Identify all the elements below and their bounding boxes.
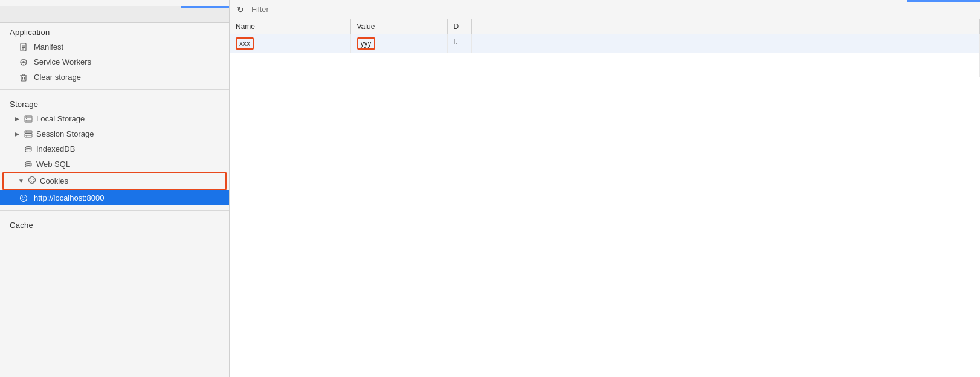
sidebar-item-session-storage[interactable]: ▶ Session Storage xyxy=(0,126,229,141)
sidebar-item-service-workers[interactable]: Service Workers xyxy=(0,54,229,69)
clear-storage-icon xyxy=(19,73,29,82)
manifest-icon xyxy=(19,43,29,51)
svg-point-5 xyxy=(22,61,25,63)
filter-input[interactable] xyxy=(251,5,975,14)
sidebar: Application Manifest Service Workers xyxy=(0,0,230,377)
cache-section-header: Cache xyxy=(0,216,229,232)
cookies-chevron: ▼ xyxy=(18,178,24,184)
sidebar-item-cookies[interactable]: ▼ Cookies xyxy=(2,172,227,190)
indexeddb-label: IndexedDB xyxy=(36,144,75,153)
table-container: Name Value D xxx yyy l. xyxy=(230,19,980,377)
column-name: Name xyxy=(230,19,350,34)
application-section-header: Application xyxy=(0,23,229,39)
svg-point-31 xyxy=(22,196,23,198)
indexeddb-icon xyxy=(24,146,33,153)
localhost-cookies-icon xyxy=(19,194,29,202)
svg-rect-6 xyxy=(21,76,26,81)
table-row[interactable]: xxx yyy l. xyxy=(230,34,980,53)
top-accent-bar xyxy=(907,0,980,2)
clear-storage-label: Clear storage xyxy=(34,72,81,82)
toolbar-container: ↻ xyxy=(230,0,980,19)
svg-point-30 xyxy=(21,195,27,201)
column-value: Value xyxy=(350,19,447,34)
table-header-row: Name Value D xyxy=(230,19,980,34)
cell-d: l. xyxy=(447,34,471,53)
cell-extra xyxy=(471,34,980,53)
svg-point-26 xyxy=(33,179,34,180)
sidebar-item-web-sql[interactable]: ▶ Web SQL xyxy=(0,156,229,172)
svg-rect-18 xyxy=(25,135,32,137)
local-storage-label: Local Storage xyxy=(36,114,85,123)
svg-rect-12 xyxy=(25,120,32,122)
cell-value: yyy xyxy=(350,34,447,53)
svg-point-25 xyxy=(30,178,31,179)
divider-2 xyxy=(0,210,229,211)
svg-rect-11 xyxy=(25,118,32,120)
svg-point-23 xyxy=(25,161,31,163)
toolbar: ↻ xyxy=(230,0,980,19)
cell-name: xxx xyxy=(230,34,350,53)
svg-point-24 xyxy=(29,177,36,184)
svg-point-35 xyxy=(25,199,25,200)
sidebar-item-localhost[interactable]: http://localhost:8000 xyxy=(0,190,229,205)
svg-point-33 xyxy=(22,199,24,200)
web-sql-icon xyxy=(24,161,33,168)
refresh-button[interactable]: ↻ xyxy=(234,4,247,16)
cookies-icon xyxy=(28,176,36,186)
column-d: D xyxy=(447,19,471,34)
empty-row xyxy=(230,53,980,77)
svg-point-27 xyxy=(31,181,32,182)
web-sql-label: Web SQL xyxy=(36,160,70,169)
cookies-label: Cookies xyxy=(40,176,68,185)
svg-rect-16 xyxy=(25,131,32,133)
sidebar-item-clear-storage[interactable]: Clear storage xyxy=(0,69,229,85)
main-content: ↻ Name Value D xxx yyy xyxy=(230,0,980,377)
local-storage-chevron: ▶ xyxy=(15,115,21,122)
session-storage-icon xyxy=(24,130,33,138)
column-extra xyxy=(471,19,980,34)
sidebar-item-indexeddb[interactable]: ▶ IndexedDB xyxy=(0,141,229,156)
localhost-url: http://localhost:8000 xyxy=(34,193,104,202)
local-storage-icon xyxy=(24,115,33,123)
table-row-empty xyxy=(230,53,980,77)
refresh-icon: ↻ xyxy=(237,5,244,14)
svg-rect-17 xyxy=(25,133,32,135)
name-value-outlined: xxx xyxy=(236,37,254,50)
sidebar-item-manifest[interactable]: Manifest xyxy=(0,39,229,54)
top-bar-accent xyxy=(181,6,229,8)
top-bar xyxy=(0,6,229,23)
svg-rect-10 xyxy=(25,116,32,118)
divider-1 xyxy=(0,89,229,90)
session-storage-label: Session Storage xyxy=(36,129,94,138)
svg-point-22 xyxy=(25,146,31,148)
svg-point-28 xyxy=(30,181,31,181)
cookies-table: Name Value D xxx yyy l. xyxy=(230,19,980,77)
svg-point-34 xyxy=(22,198,22,199)
service-workers-icon xyxy=(19,58,29,66)
manifest-label: Manifest xyxy=(34,42,63,51)
value-outlined: yyy xyxy=(357,37,375,50)
storage-section-header: Storage xyxy=(0,95,229,111)
session-storage-chevron: ▶ xyxy=(15,130,21,137)
service-workers-label: Service Workers xyxy=(34,57,91,66)
svg-point-29 xyxy=(33,181,34,182)
sidebar-item-local-storage[interactable]: ▶ Local Storage xyxy=(0,111,229,126)
svg-point-32 xyxy=(24,197,25,198)
